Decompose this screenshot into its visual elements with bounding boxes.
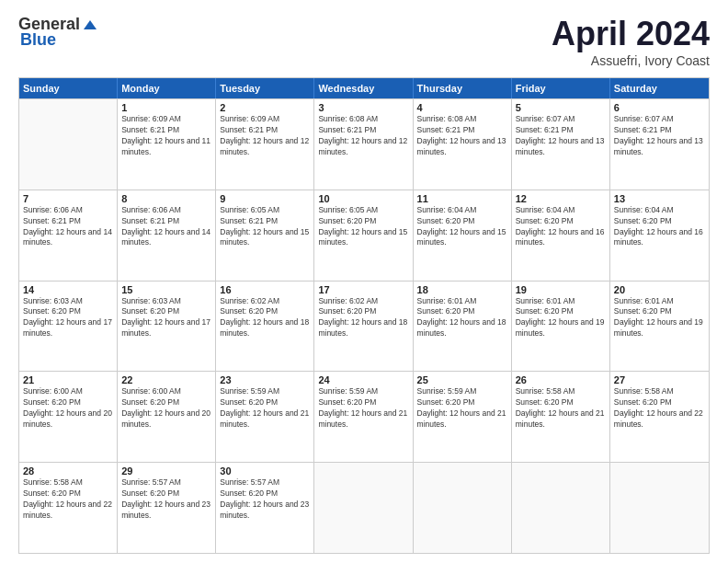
- day-number: 8: [121, 193, 211, 204]
- calendar-cell: 22Sunrise: 6:00 AMSunset: 6:20 PMDayligh…: [118, 372, 216, 462]
- day-info: Sunrise: 6:08 AMSunset: 6:21 PMDaylight:…: [318, 114, 408, 158]
- calendar-cell: 4Sunrise: 6:08 AMSunset: 6:21 PMDaylight…: [414, 99, 512, 190]
- month-title: April 2024: [552, 15, 710, 53]
- day-info: Sunrise: 6:00 AMSunset: 6:20 PMDaylight:…: [121, 386, 211, 431]
- day-number: 25: [417, 374, 507, 385]
- calendar-row: 1Sunrise: 6:09 AMSunset: 6:21 PMDaylight…: [19, 98, 709, 190]
- calendar-cell: [512, 463, 610, 553]
- svg-marker-0: [84, 20, 97, 29]
- calendar-row: 7Sunrise: 6:06 AMSunset: 6:21 PMDaylight…: [19, 190, 709, 281]
- calendar-cell: 23Sunrise: 5:59 AMSunset: 6:20 PMDayligh…: [216, 372, 314, 462]
- day-number: 4: [417, 102, 507, 113]
- calendar-cell: 5Sunrise: 6:07 AMSunset: 6:21 PMDaylight…: [512, 99, 610, 190]
- calendar-cell: 26Sunrise: 5:58 AMSunset: 6:20 PMDayligh…: [512, 372, 610, 462]
- day-info: Sunrise: 6:00 AMSunset: 6:20 PMDaylight:…: [23, 386, 113, 431]
- calendar-cell: 27Sunrise: 5:58 AMSunset: 6:20 PMDayligh…: [610, 372, 709, 462]
- calendar-cell: 24Sunrise: 5:59 AMSunset: 6:20 PMDayligh…: [314, 372, 413, 462]
- calendar-cell: 6Sunrise: 6:07 AMSunset: 6:21 PMDaylight…: [610, 99, 709, 190]
- calendar-cell: 9Sunrise: 6:05 AMSunset: 6:21 PMDaylight…: [216, 190, 314, 281]
- day-number: 16: [220, 284, 310, 295]
- page: General Blue April 2024 Assuefri, Ivory …: [0, 0, 728, 563]
- calendar-cell: [610, 463, 709, 553]
- day-number: 14: [23, 284, 113, 295]
- day-number: 29: [121, 465, 211, 477]
- calendar-cell: 15Sunrise: 6:03 AMSunset: 6:20 PMDayligh…: [118, 282, 216, 372]
- day-number: 10: [318, 193, 408, 204]
- day-info: Sunrise: 5:58 AMSunset: 6:20 PMDaylight:…: [516, 386, 606, 431]
- day-info: Sunrise: 6:04 AMSunset: 6:20 PMDaylight:…: [516, 205, 606, 249]
- title-block: April 2024 Assuefri, Ivory Coast: [552, 15, 710, 68]
- day-info: Sunrise: 6:03 AMSunset: 6:20 PMDaylight:…: [121, 296, 211, 340]
- calendar-cell: 18Sunrise: 6:01 AMSunset: 6:20 PMDayligh…: [414, 282, 512, 372]
- day-info: Sunrise: 6:08 AMSunset: 6:21 PMDaylight:…: [417, 114, 507, 158]
- day-number: 7: [23, 193, 113, 204]
- day-number: 12: [516, 193, 606, 204]
- calendar-header: SundayMondayTuesdayWednesdayThursdayFrid…: [19, 78, 709, 98]
- day-info: Sunrise: 5:57 AMSunset: 6:20 PMDaylight:…: [220, 477, 310, 522]
- day-number: 15: [121, 284, 211, 295]
- logo-arrow-icon: [82, 17, 98, 33]
- day-number: 24: [318, 374, 408, 385]
- day-number: 19: [516, 284, 606, 295]
- day-info: Sunrise: 6:03 AMSunset: 6:20 PMDaylight:…: [23, 296, 113, 340]
- calendar-cell: 1Sunrise: 6:09 AMSunset: 6:21 PMDaylight…: [118, 99, 216, 190]
- day-info: Sunrise: 6:09 AMSunset: 6:21 PMDaylight:…: [121, 114, 211, 158]
- header: General Blue April 2024 Assuefri, Ivory …: [18, 15, 710, 68]
- logo-blue-text: Blue: [20, 30, 56, 50]
- calendar-cell: [19, 99, 118, 190]
- day-info: Sunrise: 6:02 AMSunset: 6:20 PMDaylight:…: [220, 296, 310, 340]
- day-number: 20: [614, 284, 705, 295]
- day-info: Sunrise: 6:02 AMSunset: 6:20 PMDaylight:…: [318, 296, 408, 340]
- day-info: Sunrise: 6:09 AMSunset: 6:21 PMDaylight:…: [220, 114, 310, 158]
- day-number: 2: [220, 102, 310, 113]
- calendar-cell: [314, 463, 413, 553]
- day-info: Sunrise: 6:01 AMSunset: 6:20 PMDaylight:…: [614, 296, 705, 340]
- calendar-row: 21Sunrise: 6:00 AMSunset: 6:20 PMDayligh…: [19, 371, 709, 462]
- day-number: 13: [614, 193, 705, 204]
- day-number: 6: [614, 102, 705, 113]
- day-info: Sunrise: 6:07 AMSunset: 6:21 PMDaylight:…: [516, 114, 606, 158]
- calendar-cell: 12Sunrise: 6:04 AMSunset: 6:20 PMDayligh…: [512, 190, 610, 281]
- day-number: 1: [121, 102, 211, 113]
- calendar-body: 1Sunrise: 6:09 AMSunset: 6:21 PMDaylight…: [19, 98, 709, 553]
- day-info: Sunrise: 5:59 AMSunset: 6:20 PMDaylight:…: [318, 386, 408, 431]
- day-info: Sunrise: 5:57 AMSunset: 6:20 PMDaylight:…: [121, 477, 211, 522]
- calendar-cell: 25Sunrise: 5:59 AMSunset: 6:20 PMDayligh…: [414, 372, 512, 462]
- day-info: Sunrise: 5:59 AMSunset: 6:20 PMDaylight:…: [220, 386, 310, 431]
- day-info: Sunrise: 6:07 AMSunset: 6:21 PMDaylight:…: [614, 114, 705, 158]
- day-info: Sunrise: 6:06 AMSunset: 6:21 PMDaylight:…: [23, 205, 113, 249]
- calendar-cell: 21Sunrise: 6:00 AMSunset: 6:20 PMDayligh…: [19, 372, 118, 462]
- calendar-cell: 11Sunrise: 6:04 AMSunset: 6:20 PMDayligh…: [414, 190, 512, 281]
- calendar-row: 28Sunrise: 5:58 AMSunset: 6:20 PMDayligh…: [19, 462, 709, 553]
- calendar-cell: 10Sunrise: 6:05 AMSunset: 6:20 PMDayligh…: [314, 190, 413, 281]
- day-number: 18: [417, 284, 507, 295]
- calendar-cell: 16Sunrise: 6:02 AMSunset: 6:20 PMDayligh…: [216, 282, 314, 372]
- weekday-header: Wednesday: [314, 78, 413, 98]
- day-number: 27: [614, 374, 705, 385]
- day-number: 23: [220, 374, 310, 385]
- day-number: 26: [516, 374, 606, 385]
- calendar-cell: 20Sunrise: 6:01 AMSunset: 6:20 PMDayligh…: [610, 282, 709, 372]
- day-number: 21: [23, 374, 113, 385]
- day-info: Sunrise: 6:05 AMSunset: 6:20 PMDaylight:…: [318, 205, 408, 249]
- calendar-row: 14Sunrise: 6:03 AMSunset: 6:20 PMDayligh…: [19, 281, 709, 372]
- calendar-cell: 14Sunrise: 6:03 AMSunset: 6:20 PMDayligh…: [19, 282, 118, 372]
- location: Assuefri, Ivory Coast: [552, 53, 710, 68]
- day-number: 5: [516, 102, 606, 113]
- calendar-cell: 29Sunrise: 5:57 AMSunset: 6:20 PMDayligh…: [118, 463, 216, 553]
- calendar-cell: 7Sunrise: 6:06 AMSunset: 6:21 PMDaylight…: [19, 190, 118, 281]
- day-number: 3: [318, 102, 408, 113]
- calendar-cell: 13Sunrise: 6:04 AMSunset: 6:20 PMDayligh…: [610, 190, 709, 281]
- day-info: Sunrise: 5:59 AMSunset: 6:20 PMDaylight:…: [417, 386, 507, 431]
- day-number: 9: [220, 193, 310, 204]
- calendar-cell: 2Sunrise: 6:09 AMSunset: 6:21 PMDaylight…: [216, 99, 314, 190]
- day-info: Sunrise: 6:01 AMSunset: 6:20 PMDaylight:…: [516, 296, 606, 340]
- calendar-cell: 17Sunrise: 6:02 AMSunset: 6:20 PMDayligh…: [314, 282, 413, 372]
- day-info: Sunrise: 6:05 AMSunset: 6:21 PMDaylight:…: [220, 205, 310, 249]
- day-info: Sunrise: 6:04 AMSunset: 6:20 PMDaylight:…: [614, 205, 705, 249]
- day-info: Sunrise: 6:01 AMSunset: 6:20 PMDaylight:…: [417, 296, 507, 340]
- logo: General Blue: [18, 15, 98, 50]
- day-number: 28: [23, 465, 113, 477]
- day-info: Sunrise: 5:58 AMSunset: 6:20 PMDaylight:…: [23, 477, 113, 522]
- calendar-cell: [414, 463, 512, 553]
